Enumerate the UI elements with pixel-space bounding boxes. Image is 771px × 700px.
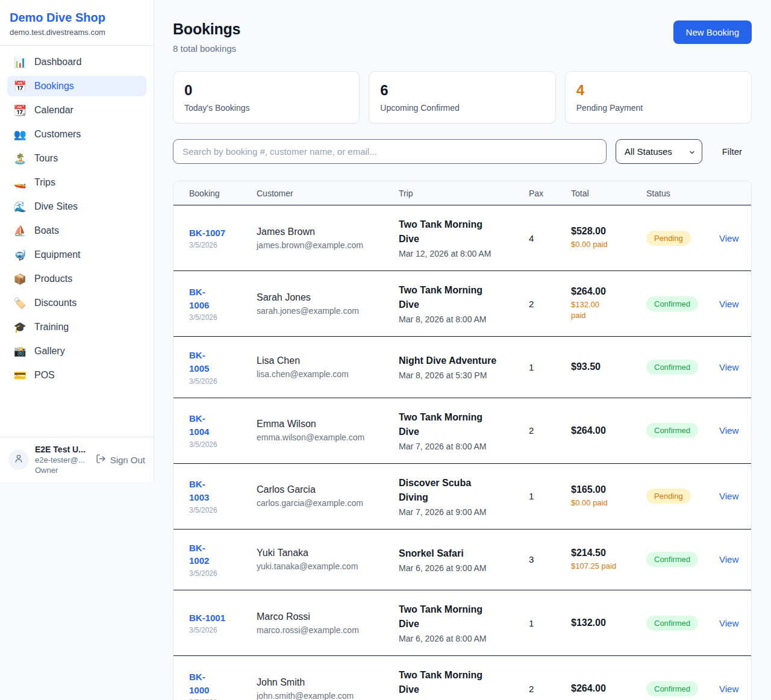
table-row: BK-10023/5/2026Yuki Tanakayuki.tanaka@ex…: [173, 530, 751, 591]
search-input[interactable]: [173, 139, 607, 164]
total-cell: $528.00$0.00 paid: [571, 226, 646, 250]
view-link[interactable]: View: [719, 618, 747, 628]
customer-name: James Brown: [257, 227, 399, 237]
sidebar-item-gallery[interactable]: 📸Gallery: [7, 341, 146, 361]
sidebar-item-dive-sites[interactable]: 🌊Dive Sites: [7, 196, 146, 217]
booking-link[interactable]: BK-1002: [189, 542, 257, 568]
booking-link[interactable]: BK-1000: [189, 670, 257, 697]
paid-amount: $132.00paid: [571, 299, 646, 320]
table-row: BK-10013/5/2026Marco Rossimarco.rossi@ex…: [173, 590, 751, 656]
sidebar-item-discounts[interactable]: 🏷️Discounts: [7, 293, 146, 313]
customer-name: John Smith: [257, 677, 399, 688]
total-cell: $214.50$107.25 paid: [571, 548, 646, 572]
booking-cell: BK-10013/5/2026: [189, 611, 257, 635]
status-cell: Confirmed: [646, 296, 719, 311]
trip-name: Snorkel Safari: [399, 546, 529, 561]
sidebar-header: Demo Dive Shop demo.test.divestreams.com: [0, 0, 154, 46]
sidebar-item-label: Products: [34, 273, 72, 284]
sidebar-item-products[interactable]: 📦Products: [7, 269, 146, 289]
sign-out-button[interactable]: Sign Out: [96, 454, 145, 466]
sidebar-item-tours[interactable]: 🏝️Tours: [7, 148, 146, 169]
customer-cell: James Brownjames.brown@example.com: [257, 227, 399, 250]
view-link[interactable]: View: [719, 299, 747, 309]
customer-email: sarah.jones@example.com: [257, 306, 399, 316]
island-icon: 🏝️: [13, 154, 27, 164]
user-meta: E2E Test U... e2e-tester@... Owner: [35, 445, 86, 475]
person-icon: [14, 454, 23, 466]
customer-email: james.brown@example.com: [257, 240, 399, 250]
paid-amount: $0.00 paid: [571, 498, 646, 508]
booking-link[interactable]: BK-1003: [189, 478, 257, 504]
sidebar-item-trips[interactable]: 🚤Trips: [7, 172, 146, 193]
diving-mask-icon: 🤿: [13, 250, 27, 260]
sidebar-item-pos[interactable]: 💳POS: [7, 365, 146, 386]
booking-link[interactable]: BK-1004: [189, 412, 257, 439]
view-link[interactable]: View: [719, 684, 747, 694]
booking-link[interactable]: BK-1005: [189, 349, 257, 375]
sidebar-item-label: Bookings: [34, 81, 74, 92]
new-booking-button[interactable]: New Booking: [673, 20, 752, 44]
stat-card-upcoming-confirmed: 6Upcoming Confirmed: [369, 71, 555, 123]
sidebar-item-label: POS: [34, 370, 55, 381]
booking-date: 3/5/2026: [189, 241, 257, 249]
user-email: e2e-tester@...: [35, 455, 86, 464]
booking-link[interactable]: BK-1006: [189, 286, 257, 312]
booking-cell: BK-10043/5/2026: [189, 412, 257, 449]
total-amount: $528.00: [571, 226, 646, 237]
booking-date: 3/5/2026: [189, 626, 257, 634]
total-cell: $264.00: [571, 683, 646, 694]
sidebar-item-label: Customers: [34, 129, 81, 140]
filter-button[interactable]: Filter: [722, 146, 742, 157]
trip-datetime: Mar 12, 2026 at 8:00 AM: [399, 249, 529, 258]
stats-cards: 0Today's Bookings6Upcoming Confirmed4Pen…: [173, 71, 752, 123]
sidebar-item-calendar[interactable]: 📆Calendar: [7, 100, 146, 120]
booking-date: 3/5/2026: [189, 440, 257, 449]
pax-value: 1: [529, 491, 571, 501]
graduation-cap-icon: 🎓: [13, 322, 27, 333]
tear-off-calendar-icon: 📆: [13, 105, 27, 116]
customer-email: yuki.tanaka@example.com: [257, 561, 399, 571]
customer-name: Emma Wilson: [257, 419, 399, 430]
column-header-total: Total: [571, 189, 646, 198]
trip-datetime: Mar 7, 2026 at 8:00 AM: [399, 442, 529, 451]
wave-icon: 🌊: [13, 202, 27, 212]
view-link[interactable]: View: [719, 362, 747, 372]
paid-amount: $0.00 paid: [571, 239, 646, 250]
sidebar-item-label: Trips: [34, 177, 55, 188]
sidebar-item-label: Dive Sites: [34, 201, 78, 212]
trip-datetime: Mar 6, 2026 at 9:00 AM: [399, 563, 529, 573]
booking-link[interactable]: BK-1001: [189, 611, 257, 625]
booking-date: 3/5/2026: [189, 377, 257, 386]
page-subtitle: 8 total bookings: [173, 43, 240, 54]
status-cell: Pending: [646, 489, 719, 504]
customer-name: Marco Rossi: [257, 611, 399, 622]
sidebar-item-equipment[interactable]: 🤿Equipment: [7, 245, 146, 265]
table-row: BK-10003/5/2026John Smithjohn.smith@exam…: [173, 656, 751, 700]
trip-cell: Two Tank MorningDiveMar 6, 2026 at 8:00 …: [399, 602, 529, 643]
sidebar-item-customers[interactable]: 👥Customers: [7, 124, 146, 145]
booking-link[interactable]: BK-1007: [189, 227, 257, 240]
view-link[interactable]: View: [719, 491, 747, 501]
view-link[interactable]: View: [719, 233, 747, 243]
table-row: BK-10033/5/2026Carlos Garciacarlos.garci…: [173, 464, 751, 530]
sidebar-item-dashboard[interactable]: 📊Dashboard: [7, 52, 146, 72]
customer-cell: Sarah Jonessarah.jones@example.com: [257, 292, 399, 316]
total-amount: $165.00: [571, 484, 646, 495]
trip-datetime: Mar 8, 2026 at 8:00 AM: [399, 314, 529, 324]
sidebar-item-label: Dashboard: [34, 57, 81, 67]
sidebar-item-boats[interactable]: ⛵Boats: [7, 220, 146, 241]
status-select[interactable]: All Statuses: [616, 139, 702, 164]
view-link[interactable]: View: [719, 554, 747, 564]
sidebar-item-bookings[interactable]: 📅Bookings: [7, 76, 146, 96]
customer-cell: Emma Wilsonemma.wilson@example.com: [257, 419, 399, 442]
pax-value: 1: [529, 362, 571, 372]
sidebar-item-training[interactable]: 🎓Training: [7, 317, 146, 337]
total-cell: $264.00: [571, 425, 646, 436]
trip-cell: Two Tank MorningDiveMar 12, 2026 at 8:00…: [399, 217, 529, 258]
total-amount: $214.50: [571, 548, 646, 558]
stat-value: 6: [380, 82, 544, 99]
status-badge: Confirmed: [646, 423, 698, 438]
view-link[interactable]: View: [719, 425, 747, 436]
trip-name: Two Tank MorningDive: [399, 668, 529, 697]
table-row: BK-10053/5/2026Lisa Chenlisa.chen@exampl…: [173, 337, 751, 398]
